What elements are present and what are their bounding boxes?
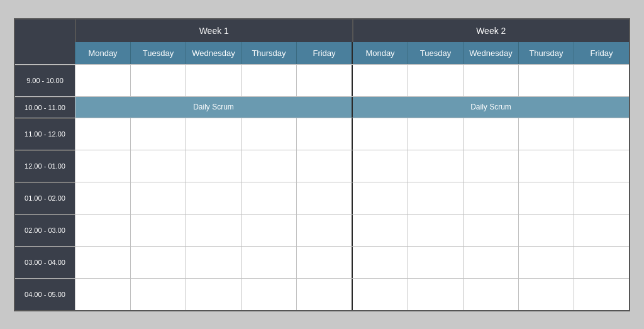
cell-w1-wed-3[interactable] <box>186 118 241 150</box>
cell-w2-wed-7[interactable] <box>463 247 518 278</box>
daily-scrum-w1[interactable]: Daily Scrum <box>75 97 352 118</box>
table-row: 02.00 - 03.00 <box>15 214 629 246</box>
table-row: 11.00 - 12.00 <box>15 118 629 150</box>
table-row: 04.00 - 05.00 <box>15 278 629 310</box>
table-row: 01.00 - 02.00 <box>15 182 629 214</box>
week2-header: Week 2 <box>352 20 630 42</box>
cell-w2-thu-1[interactable] <box>518 65 574 96</box>
cell-w2-tue-8[interactable] <box>408 279 463 310</box>
cell-w1-mon-7[interactable] <box>75 247 130 278</box>
cell-w1-thu-7[interactable] <box>241 247 296 278</box>
cell-w2-thu-3[interactable] <box>518 118 574 150</box>
cell-w2-thu-5[interactable] <box>518 182 574 214</box>
table-row: 12.00 - 01.00 <box>15 150 629 182</box>
cell-w1-wed-6[interactable] <box>186 215 241 246</box>
time-label: 04.00 - 05.00 <box>15 279 75 310</box>
cell-w1-mon-5[interactable] <box>75 182 130 214</box>
cell-w2-mon-3[interactable] <box>352 118 408 150</box>
cell-w1-fri-1[interactable] <box>296 65 352 96</box>
cell-w1-wed-4[interactable] <box>186 150 241 182</box>
cell-w1-fri-3[interactable] <box>296 118 352 150</box>
cell-w2-wed-1[interactable] <box>463 65 518 96</box>
cell-w2-fri-7[interactable] <box>574 247 629 278</box>
cell-w2-tue-6[interactable] <box>408 215 463 246</box>
day-header-spacer <box>15 42 75 64</box>
cell-w1-thu-6[interactable] <box>241 215 296 246</box>
cell-w1-mon-8[interactable] <box>75 279 130 310</box>
cell-w2-thu-7[interactable] <box>518 247 574 278</box>
cell-w1-tue-3[interactable] <box>130 118 186 150</box>
cell-w2-fri-3[interactable] <box>574 118 629 150</box>
week-headers: Week 1 Week 2 <box>15 20 629 42</box>
w2-monday: Monday <box>352 42 408 64</box>
cell-w1-thu-3[interactable] <box>241 118 296 150</box>
cell-w1-tue-5[interactable] <box>130 182 186 214</box>
cell-w2-fri-4[interactable] <box>574 150 629 182</box>
cell-w2-mon-1[interactable] <box>352 65 408 96</box>
day-headers: Monday Tuesday Wednesday Thursday Friday… <box>15 42 629 64</box>
table-row: 10.00 - 11.00 Daily Scrum Daily Scrum <box>15 96 629 118</box>
cell-w2-thu-6[interactable] <box>518 215 574 246</box>
cell-w2-wed-6[interactable] <box>463 215 518 246</box>
cell-w2-wed-5[interactable] <box>463 182 518 214</box>
cell-w2-fri-1[interactable] <box>574 65 629 96</box>
w1-thursday: Thursday <box>241 42 296 64</box>
cell-w2-fri-6[interactable] <box>574 215 629 246</box>
cell-w2-wed-4[interactable] <box>463 150 518 182</box>
cell-w2-thu-4[interactable] <box>518 150 574 182</box>
table-row: 03.00 - 04.00 <box>15 246 629 278</box>
cell-w1-fri-7[interactable] <box>296 247 352 278</box>
cell-w2-wed-3[interactable] <box>463 118 518 150</box>
cell-w2-tue-3[interactable] <box>408 118 463 150</box>
cell-w1-mon-6[interactable] <box>75 215 130 246</box>
w2-thursday: Thursday <box>518 42 574 64</box>
cell-w1-wed-5[interactable] <box>186 182 241 214</box>
cell-w1-thu-8[interactable] <box>241 279 296 310</box>
cell-w2-mon-8[interactable] <box>352 279 408 310</box>
w1-wednesday: Wednesday <box>186 42 241 64</box>
cell-w1-thu-4[interactable] <box>241 150 296 182</box>
cell-w2-tue-4[interactable] <box>408 150 463 182</box>
cell-w1-tue-6[interactable] <box>130 215 186 246</box>
cell-w1-fri-8[interactable] <box>296 279 352 310</box>
time-label: 01.00 - 02.00 <box>15 182 75 214</box>
cell-w1-tue-1[interactable] <box>130 65 186 96</box>
time-label: 11.00 - 12.00 <box>15 118 75 150</box>
cell-w2-fri-8[interactable] <box>574 279 629 310</box>
time-label: 02.00 - 03.00 <box>15 215 75 246</box>
cell-w1-wed-8[interactable] <box>186 279 241 310</box>
w2-wednesday: Wednesday <box>463 42 518 64</box>
w1-friday: Friday <box>296 42 352 64</box>
corner-spacer <box>15 20 75 42</box>
table-row: 9.00 - 10.00 <box>15 64 629 96</box>
cell-w2-tue-7[interactable] <box>408 247 463 278</box>
cell-w1-fri-4[interactable] <box>296 150 352 182</box>
week1-header: Week 1 <box>75 20 352 42</box>
cell-w2-tue-5[interactable] <box>408 182 463 214</box>
cell-w1-wed-7[interactable] <box>186 247 241 278</box>
cell-w1-mon-1[interactable] <box>75 65 130 96</box>
daily-scrum-w2[interactable]: Daily Scrum <box>352 97 629 118</box>
cell-w1-fri-5[interactable] <box>296 182 352 214</box>
cell-w1-tue-8[interactable] <box>130 279 186 310</box>
cell-w1-mon-3[interactable] <box>75 118 130 150</box>
cell-w1-mon-4[interactable] <box>75 150 130 182</box>
cell-w1-wed-1[interactable] <box>186 65 241 96</box>
cell-w1-fri-6[interactable] <box>296 215 352 246</box>
cell-w1-thu-1[interactable] <box>241 65 296 96</box>
w2-tuesday: Tuesday <box>408 42 463 64</box>
cell-w2-mon-4[interactable] <box>352 150 408 182</box>
cell-w1-tue-4[interactable] <box>130 150 186 182</box>
cell-w2-fri-5[interactable] <box>574 182 629 214</box>
cell-w2-tue-1[interactable] <box>408 65 463 96</box>
cell-w1-tue-7[interactable] <box>130 247 186 278</box>
time-label: 10.00 - 11.00 <box>15 97 75 118</box>
time-label: 9.00 - 10.00 <box>15 65 75 96</box>
cell-w2-mon-7[interactable] <box>352 247 408 278</box>
cell-w2-mon-5[interactable] <box>352 182 408 214</box>
cell-w1-thu-5[interactable] <box>241 182 296 214</box>
cell-w2-wed-8[interactable] <box>463 279 518 310</box>
time-label: 12.00 - 01.00 <box>15 150 75 182</box>
cell-w2-mon-6[interactable] <box>352 215 408 246</box>
cell-w2-thu-8[interactable] <box>518 279 574 310</box>
